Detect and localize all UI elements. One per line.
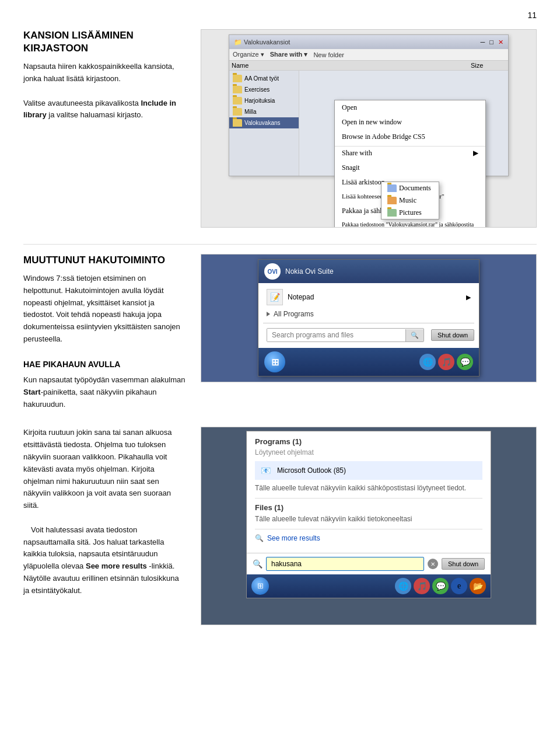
start-search-bar[interactable]: 🔍 (267, 328, 424, 342)
ie-icon-2[interactable]: 🌐 (395, 578, 411, 594)
toolbar-organize[interactable]: Organize ▾ (233, 51, 264, 58)
notepad-icon: 📝 (267, 289, 283, 305)
sidebar-item-harj[interactable]: Harjoituksia (229, 95, 299, 106)
shutdown-button[interactable]: Shut down (431, 329, 474, 341)
submenu-documents[interactable]: Documents (382, 182, 439, 194)
magnifier-icon: 🔍 (255, 534, 264, 542)
taskbar-icons: 🌐 🎵 💬 (419, 354, 473, 370)
ovi-logo: OVI (264, 263, 281, 280)
taskbar-icons-2: 🌐 🎵 💬 e 📂 (395, 578, 486, 594)
outlook-result-item[interactable]: 📧 Microsoft Outlook (85) (255, 461, 482, 480)
search-divider2 (255, 529, 482, 529)
start-menu-suite-name: Nokia Ovi Suite (285, 267, 334, 276)
skype-icon-2[interactable]: 💬 (432, 578, 449, 594)
search-footer-input[interactable] (266, 557, 424, 571)
col-name: Name (232, 62, 471, 69)
ie-icon-3[interactable]: e (451, 578, 467, 594)
section1-body2: Valitse avautuneesta pikavalikosta Inclu… (23, 97, 187, 122)
programs-section-sub: Löytyneet ohjelmat (255, 448, 482, 456)
outlook-label: Microsoft Outlook (85) (277, 466, 346, 475)
ctx-pakkaa2[interactable]: Pakkaa tiedostoon "Valokuvakansiot.rar" … (335, 218, 485, 228)
all-programs-label: All Programs (274, 310, 314, 318)
search-results-panel: Programs (1) Löytyneet ohjelmat 📧 Micros… (246, 431, 491, 598)
start-menu-screenshot: OVI Nokia Ovi Suite 📝 Notepad ▶ All Prog… (201, 254, 537, 382)
submenu-music[interactable]: Music (382, 194, 439, 207)
section-divider (23, 244, 537, 245)
notepad-label: Notepad (288, 293, 314, 301)
toolbar-new-folder[interactable]: New folder (313, 51, 344, 58)
section2-body3: Kirjoita ruutuun jokin sana tai sanan al… (23, 427, 187, 512)
sidebar-item-valokuva[interactable]: Valokuvakans (229, 117, 299, 128)
notepad-arrow: ▶ (466, 294, 471, 301)
shutdown-button-2[interactable]: Shut down (442, 558, 485, 570)
section1-title: KANSION LISÄÄMINENKIRJASTOON (23, 29, 187, 55)
search-footer-magnifier-icon: 🔍 (253, 559, 262, 569)
context-menu-screenshot: 📁 Valokuvakansiot ─ □ ✕ Organize ▾ Share… (201, 29, 537, 228)
sidebar-item-exercises[interactable]: Exercises (229, 84, 299, 95)
files-desc: Tälle alueelle tulevat näkyviin kaikki t… (255, 514, 482, 524)
search-clear-button[interactable]: ✕ (428, 559, 438, 569)
section1-body1: Napsauta hiiren kakkospainikkeella kansi… (23, 61, 187, 85)
outlook-icon: 📧 (258, 463, 272, 477)
toolbar-share[interactable]: Share with ▾ (270, 51, 308, 58)
music-icon-2[interactable]: 🎵 (414, 578, 430, 594)
ctx-open-new[interactable]: Open in new window (335, 115, 485, 130)
minimize-btn[interactable]: ─ (481, 39, 485, 46)
window-title-bar: 📁 Valokuvakansiot (234, 39, 476, 46)
search-results-footer: ⊞ 🌐 🎵 💬 e 📂 (247, 574, 491, 598)
sidebar-item-aa[interactable]: AA Omat työt (229, 73, 299, 84)
maximize-btn[interactable]: □ (489, 39, 494, 46)
start-menu-body: 📝 Notepad ▶ All Programs 🔍 (258, 283, 479, 348)
section2-body2: Kun napsautat työpöydän vasemman alakulm… (23, 374, 187, 410)
ctx-adobe-bridge[interactable]: Browse in Adobe Bridge CS5 (335, 130, 485, 144)
see-more-label: See more results (267, 534, 320, 542)
start-menu-panel: OVI Nokia Ovi Suite 📝 Notepad ▶ All Prog… (258, 259, 480, 377)
files-section-header: Files (1) (255, 503, 482, 512)
ie-icon[interactable]: 🌐 (419, 354, 436, 370)
submenu-library: Documents Music Pictures (381, 182, 439, 219)
submenu-pictures[interactable]: Pictures (382, 207, 439, 219)
ctx-snagit[interactable]: Snagit (335, 161, 485, 175)
start-search-input[interactable] (267, 329, 405, 341)
windows-orb-icon[interactable]: ⊞ (264, 351, 285, 372)
notepad-item[interactable]: 📝 Notepad ▶ (263, 287, 474, 308)
skype-icon[interactable]: 💬 (457, 354, 473, 370)
see-more-results-link[interactable]: 🔍 See more results (255, 534, 482, 542)
search-results-body: Programs (1) Löytyneet ohjelmat 📧 Micros… (247, 431, 491, 553)
all-programs-item[interactable]: All Programs (263, 308, 474, 320)
search-results-screenshot: Programs (1) Löytyneet ohjelmat 📧 Micros… (201, 427, 537, 625)
windows-orb-icon-2[interactable]: ⊞ (251, 577, 269, 595)
start-menu-footer: ⊞ 🌐 🎵 💬 (258, 348, 479, 376)
all-programs-arrow-icon (267, 312, 270, 316)
programs-section-header: Programs (1) (255, 437, 482, 446)
close-btn[interactable]: ✕ (498, 39, 503, 46)
section2-body1: Windows 7:ssä tietojen etsiminen on help… (23, 273, 187, 346)
start-search-button[interactable]: 🔍 (405, 329, 424, 341)
ctx-open[interactable]: Open (335, 100, 485, 115)
email-desc: Tälle alueelle tulevat näkyviin kaikki s… (255, 483, 482, 493)
music-icon[interactable]: 🎵 (438, 354, 454, 370)
section2-sub-heading: HAE PIKAHAUN AVULLA (23, 358, 187, 371)
section2-title: MUUTTUNUT HAKUTOIMINTO (23, 254, 187, 267)
section2-body4: Voit halutessasi avata tiedoston napsaut… (23, 524, 187, 597)
ctx-share-with[interactable]: Share with ▶ (335, 146, 485, 161)
page-number: 11 (527, 11, 537, 20)
col-size: Size (471, 62, 506, 69)
search-footer: 🔍 ✕ Shut down (247, 553, 491, 574)
sidebar-item-milla[interactable]: Milla (229, 106, 299, 117)
start-menu-header: OVI Nokia Ovi Suite (258, 260, 479, 283)
misc-icon[interactable]: 📂 (470, 578, 486, 594)
search-divider1 (255, 498, 482, 499)
